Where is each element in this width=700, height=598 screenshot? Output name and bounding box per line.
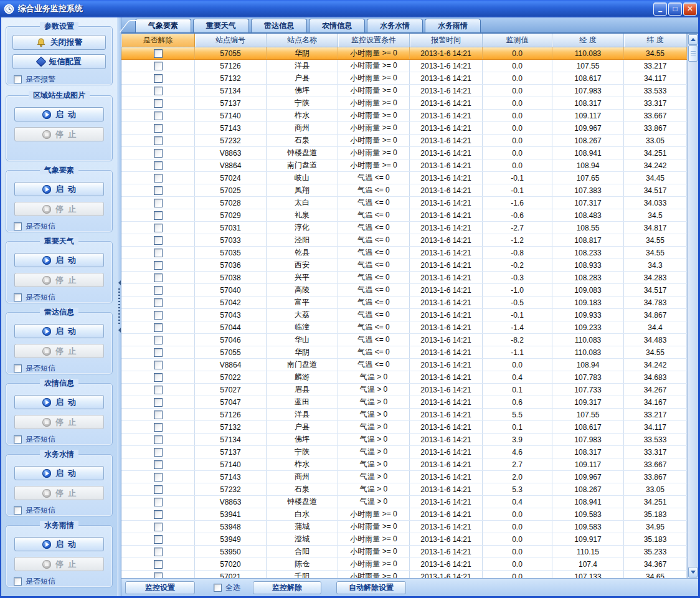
monitor-setup-button[interactable]: 监控设置 <box>125 581 195 594</box>
release-checkbox[interactable] <box>154 136 163 145</box>
tab[interactable]: 水务水情 <box>367 19 423 32</box>
vertical-scrollbar[interactable] <box>687 34 698 578</box>
table-row[interactable]: 57137 宁陕 气温 > 0 2013-1-6 14:21 4.6 108.3… <box>121 446 687 458</box>
release-checkbox[interactable] <box>154 473 163 482</box>
release-checkbox[interactable] <box>154 311 163 320</box>
release-checkbox[interactable] <box>154 224 163 232</box>
tab[interactable]: 水务雨情 <box>425 19 481 32</box>
table-row[interactable]: 57024 岐山 气温 <= 0 2013-1-6 14:21 -0.1 107… <box>121 172 687 184</box>
table-row[interactable]: 57126 洋县 气温 > 0 2013-1-6 14:21 5.5 107.5… <box>121 409 687 421</box>
sms-enable-row[interactable]: 是否短信 <box>14 505 112 516</box>
alarm-enable-checkbox[interactable] <box>14 75 22 83</box>
release-checkbox[interactable] <box>154 361 163 369</box>
sms-enable-checkbox[interactable] <box>14 506 22 515</box>
table-row[interactable]: 57134 佛坪 气温 > 0 2013-1-6 14:21 3.9 107.9… <box>121 434 687 446</box>
release-checkbox[interactable] <box>154 62 163 70</box>
release-checkbox[interactable] <box>154 323 163 332</box>
table-row[interactable]: 57126 洋县 小时雨量 >= 0 2013-1-6 14:21 0.0 10… <box>121 60 687 72</box>
close-button[interactable]: ✕ <box>683 2 697 16</box>
release-checkbox[interactable] <box>154 510 163 519</box>
release-checkbox[interactable] <box>154 336 163 344</box>
stop-button[interactable]: 停 止 <box>14 344 104 358</box>
column-header-latitude[interactable]: 纬 度 <box>624 34 687 47</box>
sms-enable-checkbox[interactable] <box>14 577 22 586</box>
start-button[interactable]: 启 动 <box>14 395 104 409</box>
release-checkbox[interactable] <box>154 174 163 183</box>
column-header-station-id[interactable]: 站点编号 <box>195 34 267 47</box>
table-row[interactable]: 57020 陈仓 小时雨量 >= 0 2013-1-6 14:21 0.0 10… <box>121 558 687 571</box>
release-checkbox[interactable] <box>154 273 163 282</box>
table-row[interactable]: 57033 泾阳 气温 <= 0 2013-1-6 14:21 -1.2 108… <box>121 234 687 247</box>
close-alarm-button[interactable]: 关闭报警 <box>12 35 106 50</box>
scroll-up-button[interactable] <box>688 34 698 45</box>
table-row[interactable]: 57232 石泉 气温 > 0 2013-1-6 14:21 5.3 108.2… <box>121 483 687 496</box>
start-button[interactable]: 启 动 <box>14 466 104 480</box>
select-all-checkbox[interactable] <box>214 584 222 592</box>
release-checkbox[interactable] <box>154 236 163 245</box>
table-row[interactable]: 57043 大荔 气温 <= 0 2013-1-6 14:21 -0.1 109… <box>121 309 687 321</box>
table-row[interactable]: 53941 白水 小时雨量 >= 0 2013-1-6 14:21 0.0 10… <box>121 508 687 521</box>
maximize-button[interactable]: □ <box>668 2 682 16</box>
minimize-button[interactable]: – <box>653 2 667 16</box>
release-checkbox[interactable] <box>154 286 163 295</box>
tab[interactable]: 雷达信息 <box>251 19 307 32</box>
table-row[interactable]: 57025 凤翔 气温 <= 0 2013-1-6 14:21 -0.1 107… <box>121 184 687 197</box>
start-button[interactable]: 启 动 <box>14 324 104 338</box>
sms-enable-row[interactable]: 是否短信 <box>14 576 112 587</box>
table-row[interactable]: 57027 眉县 气温 > 0 2013-1-6 14:21 0.1 107.7… <box>121 384 687 396</box>
column-header-condition[interactable]: 监控设置条件 <box>338 34 410 47</box>
table-row[interactable]: 57143 商州 小时雨量 >= 0 2013-1-6 14:21 0.0 10… <box>121 122 687 135</box>
release-checkbox[interactable] <box>154 523 163 531</box>
release-checkbox[interactable] <box>154 186 163 195</box>
stop-button[interactable]: 停 止 <box>14 127 104 141</box>
release-checkbox[interactable] <box>154 535 163 544</box>
alarm-enable-row[interactable]: 是否报警 <box>14 74 112 85</box>
release-checkbox[interactable] <box>154 460 163 469</box>
release-checkbox[interactable] <box>154 49 163 58</box>
sms-enable-row[interactable]: 是否短信 <box>14 434 112 445</box>
table-row[interactable]: 57140 柞水 小时雨量 >= 0 2013-1-6 14:21 0.0 10… <box>121 110 687 122</box>
table-row[interactable]: 57140 柞水 气温 > 0 2013-1-6 14:21 2.7 109.1… <box>121 458 687 471</box>
table-row[interactable]: 57029 礼泉 气温 <= 0 2013-1-6 14:21 -0.6 108… <box>121 209 687 222</box>
release-checkbox[interactable] <box>154 298 163 307</box>
stop-button[interactable]: 停 止 <box>14 486 104 500</box>
tab[interactable]: 重要天气 <box>193 19 249 32</box>
auto-release-setup-button[interactable]: 自动解除设置 <box>336 581 406 594</box>
table-row[interactable]: V8864 南门盘道 气温 <= 0 2013-1-6 14:21 0.0 10… <box>121 359 687 371</box>
table-row[interactable]: 57036 西安 气温 <= 0 2013-1-6 14:21 -0.2 108… <box>121 259 687 272</box>
sidebar-splitter[interactable] <box>117 17 121 596</box>
sms-enable-checkbox[interactable] <box>14 293 22 301</box>
release-checkbox[interactable] <box>154 199 163 207</box>
table-row[interactable]: 57021 千阳 小时雨量 >= 0 2013-1-6 14:21 0.0 10… <box>121 571 687 578</box>
sms-enable-checkbox[interactable] <box>14 222 22 230</box>
release-checkbox[interactable] <box>154 373 163 382</box>
release-checkbox[interactable] <box>154 87 163 95</box>
sms-config-button[interactable]: 短信配置 <box>12 54 106 69</box>
table-row[interactable]: 57028 太白 气温 <= 0 2013-1-6 14:21 -1.6 107… <box>121 197 687 209</box>
column-header-alarm-time[interactable]: 报警时间 <box>410 34 483 47</box>
release-checkbox[interactable] <box>154 485 163 494</box>
release-checkbox[interactable] <box>154 249 163 257</box>
release-checkbox[interactable] <box>154 448 163 457</box>
release-checkbox[interactable] <box>154 161 163 170</box>
table-row[interactable]: 57132 户县 气温 > 0 2013-1-6 14:21 0.1 108.6… <box>121 421 687 434</box>
sms-enable-checkbox[interactable] <box>14 435 22 444</box>
release-checkbox[interactable] <box>154 112 163 120</box>
table-row[interactable]: 57042 富平 气温 <= 0 2013-1-6 14:21 -0.5 109… <box>121 297 687 309</box>
stop-button[interactable]: 停 止 <box>14 202 104 216</box>
table-row[interactable]: V8863 钟楼盘道 气温 > 0 2013-1-6 14:21 0.4 108… <box>121 496 687 508</box>
table-row[interactable]: 57035 乾县 气温 <= 0 2013-1-6 14:21 -0.8 108… <box>121 247 687 259</box>
monitor-release-button[interactable]: 监控解除 <box>253 581 321 594</box>
release-checkbox[interactable] <box>154 124 163 133</box>
start-button[interactable]: 启 动 <box>14 182 104 196</box>
sms-enable-row[interactable]: 是否短信 <box>14 292 112 303</box>
release-checkbox[interactable] <box>154 99 163 108</box>
release-checkbox[interactable] <box>154 560 163 569</box>
release-checkbox[interactable] <box>154 548 163 556</box>
scroll-down-button[interactable] <box>688 567 698 577</box>
release-checkbox[interactable] <box>154 386 163 394</box>
release-checkbox[interactable] <box>154 74 163 83</box>
sms-enable-row[interactable]: 是否短信 <box>14 363 112 374</box>
release-checkbox[interactable] <box>154 211 163 220</box>
table-row[interactable]: 57031 淳化 气温 <= 0 2013-1-6 14:21 -2.7 108… <box>121 222 687 234</box>
